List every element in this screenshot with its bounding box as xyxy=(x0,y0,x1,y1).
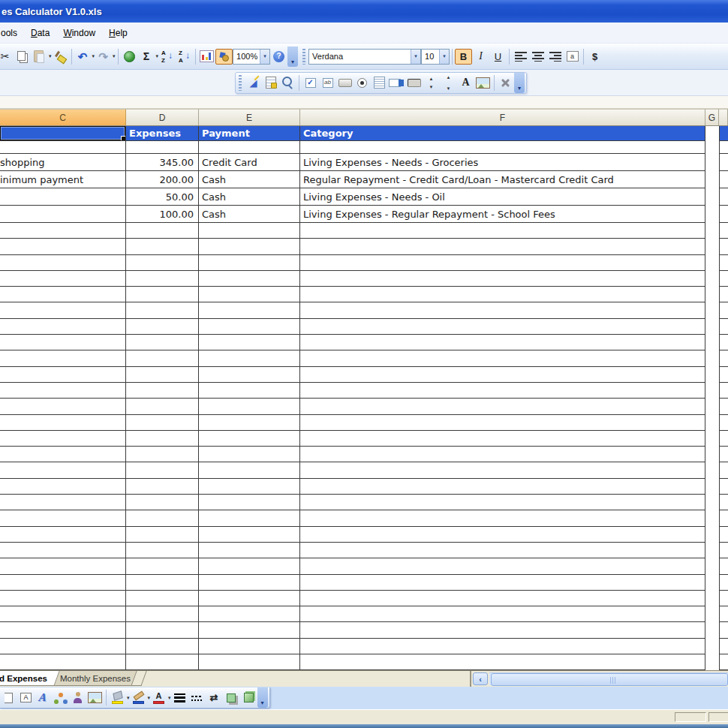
spacer-column-g[interactable] xyxy=(705,527,719,543)
cell[interactable] xyxy=(126,558,199,574)
font-name-box-dropdown-icon[interactable]: ▾ xyxy=(411,50,420,64)
text-box-icon[interactable]: ab xyxy=(319,75,336,91)
spacer-column-g[interactable] xyxy=(705,622,719,638)
cell[interactable] xyxy=(300,543,705,558)
cell[interactable] xyxy=(199,383,300,399)
cell[interactable] xyxy=(199,591,300,606)
cell[interactable] xyxy=(0,415,126,431)
partial-column-h[interactable] xyxy=(719,335,728,350)
cell[interactable] xyxy=(0,462,126,478)
partial-column-h[interactable] xyxy=(719,606,728,622)
cell[interactable] xyxy=(199,462,300,478)
properties-icon[interactable] xyxy=(262,75,279,91)
center-icon[interactable] xyxy=(529,49,546,65)
cell[interactable] xyxy=(300,239,705,254)
cell[interactable] xyxy=(300,639,705,654)
cell[interactable] xyxy=(300,271,705,287)
column-header-G[interactable]: G xyxy=(705,109,719,125)
spacer-column-g[interactable] xyxy=(705,399,719,414)
spacer-column-g[interactable] xyxy=(705,223,719,239)
item-cell[interactable] xyxy=(0,188,126,206)
payment-cell[interactable]: Cash xyxy=(199,206,300,223)
spacer-column-g[interactable] xyxy=(705,510,719,526)
image-icon[interactable] xyxy=(474,75,492,91)
cell[interactable] xyxy=(0,543,126,558)
column-header-F[interactable]: F xyxy=(300,109,705,125)
control-toolbox-options[interactable]: ▾ xyxy=(514,73,525,93)
fill-color-icon-dropdown[interactable]: ▾ xyxy=(127,695,130,701)
cell[interactable] xyxy=(300,141,705,154)
column-header-E[interactable]: E xyxy=(199,109,300,125)
item-cell[interactable]: inimum payment xyxy=(0,171,126,188)
spacer-column-g[interactable] xyxy=(705,154,719,171)
undo-icon[interactable]: ↶ xyxy=(74,49,92,65)
cell[interactable] xyxy=(0,223,126,239)
partial-column-h[interactable] xyxy=(719,319,728,335)
cell[interactable] xyxy=(199,223,300,239)
cell[interactable] xyxy=(0,639,126,654)
cell[interactable] xyxy=(199,639,300,654)
font-color-icon[interactable]: A xyxy=(150,690,167,705)
cell[interactable] xyxy=(300,367,705,383)
drawing-toolbar-options[interactable]: ▾ xyxy=(257,687,268,708)
cell[interactable] xyxy=(0,271,126,287)
partial-column-h[interactable] xyxy=(719,591,728,606)
format-painter-icon[interactable] xyxy=(52,49,69,65)
align-right-icon[interactable] xyxy=(546,49,564,65)
cell[interactable] xyxy=(0,239,126,254)
cell[interactable] xyxy=(126,319,199,335)
wordart-icon[interactable]: A xyxy=(35,690,52,705)
line-style-icon[interactable] xyxy=(171,690,188,705)
cell[interactable] xyxy=(0,399,126,414)
header-cell-payment[interactable]: Payment xyxy=(199,126,300,141)
cell[interactable] xyxy=(199,575,300,591)
spacer-column-g[interactable] xyxy=(705,126,719,141)
cell[interactable] xyxy=(300,575,705,591)
cell[interactable] xyxy=(199,271,300,287)
column-header-C[interactable]: C xyxy=(0,109,126,125)
partial-column-h[interactable] xyxy=(719,462,728,478)
spacer-column-g[interactable] xyxy=(705,431,719,447)
cell[interactable] xyxy=(199,622,300,638)
cell[interactable] xyxy=(199,350,300,366)
check-box-icon[interactable]: ✓ xyxy=(302,75,319,91)
payment-cell[interactable]: Cash xyxy=(199,171,300,188)
item-cell[interactable]: shopping xyxy=(0,154,126,171)
cell[interactable] xyxy=(126,447,199,462)
option-button-icon[interactable] xyxy=(353,75,371,91)
spacer-column-g[interactable] xyxy=(705,350,719,366)
spacer-column-g[interactable] xyxy=(705,558,719,574)
partial-column-h[interactable] xyxy=(719,639,728,654)
partial-column-h[interactable] xyxy=(719,350,728,366)
redo-icon[interactable]: ↷ xyxy=(95,49,112,65)
cell[interactable] xyxy=(300,319,705,335)
cell[interactable] xyxy=(0,367,126,383)
cell[interactable] xyxy=(126,495,199,510)
partial-column-h[interactable] xyxy=(719,383,728,399)
cell[interactable] xyxy=(300,495,705,510)
cell[interactable] xyxy=(199,287,300,302)
cell[interactable] xyxy=(199,319,300,335)
cell[interactable] xyxy=(0,302,126,318)
currency-style-icon[interactable]: $ xyxy=(586,49,603,65)
spacer-column-g[interactable] xyxy=(705,188,719,206)
cell[interactable] xyxy=(0,319,126,335)
partial-column-h[interactable] xyxy=(719,543,728,558)
cell[interactable] xyxy=(126,479,199,495)
font-size-box[interactable]: 10▾ xyxy=(421,49,450,65)
spacer-column-g[interactable] xyxy=(705,239,719,254)
scroll-bar-icon[interactable] xyxy=(440,75,457,91)
partial-column-h[interactable] xyxy=(719,447,728,462)
cell[interactable] xyxy=(126,575,199,591)
header-cell-category[interactable]: Category xyxy=(300,126,705,141)
cell[interactable] xyxy=(300,654,705,670)
cell[interactable] xyxy=(126,271,199,287)
more-controls-icon[interactable] xyxy=(497,75,514,91)
font-name-box[interactable]: Verdana▾ xyxy=(308,49,421,65)
cell[interactable] xyxy=(199,239,300,254)
spacer-column-g[interactable] xyxy=(705,543,719,558)
paste-icon-dropdown[interactable]: ▾ xyxy=(49,53,52,59)
italic-icon[interactable]: I xyxy=(472,49,489,65)
spacer-column-g[interactable] xyxy=(705,654,719,670)
cell[interactable] xyxy=(126,335,199,350)
